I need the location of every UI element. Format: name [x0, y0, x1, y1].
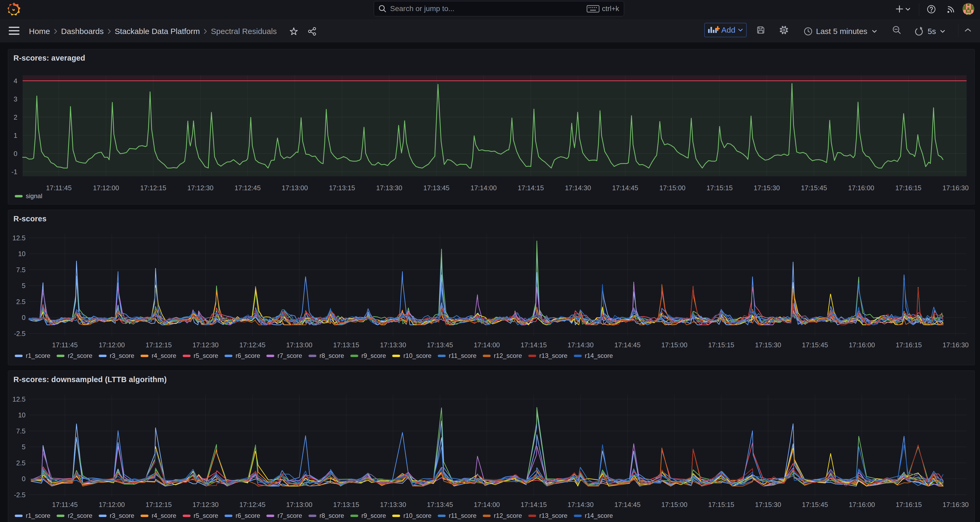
svg-text:17:12:15: 17:12:15: [146, 501, 172, 508]
svg-text:17:15:45: 17:15:45: [802, 341, 828, 349]
svg-text:17:16:30: 17:16:30: [943, 184, 969, 192]
svg-text:17:14:15: 17:14:15: [521, 501, 547, 508]
svg-text:2: 2: [14, 113, 18, 121]
svg-text:1: 1: [14, 132, 18, 139]
svg-text:17:16:00: 17:16:00: [849, 341, 875, 349]
svg-text:17:13:45: 17:13:45: [423, 184, 449, 192]
svg-text:17:12:15: 17:12:15: [140, 184, 166, 192]
svg-text:17:13:15: 17:13:15: [333, 341, 359, 349]
svg-text:17:13:00: 17:13:00: [286, 501, 312, 508]
svg-text:17:14:00: 17:14:00: [474, 341, 500, 349]
svg-text:17:14:45: 17:14:45: [612, 184, 638, 192]
svg-text:17:11:45: 17:11:45: [52, 341, 78, 349]
svg-text:10: 10: [18, 411, 25, 419]
svg-text:17:15:45: 17:15:45: [802, 501, 828, 508]
svg-text:17:16:15: 17:16:15: [896, 501, 922, 508]
svg-text:17:14:45: 17:14:45: [614, 501, 640, 508]
svg-text:17:16:15: 17:16:15: [896, 341, 922, 349]
svg-text:17:13:30: 17:13:30: [380, 501, 406, 508]
svg-text:5: 5: [22, 282, 25, 289]
svg-text:17:15:45: 17:15:45: [801, 184, 827, 192]
svg-text:5: 5: [22, 443, 25, 450]
svg-text:17:12:45: 17:12:45: [234, 184, 261, 192]
svg-text:12.5: 12.5: [13, 234, 25, 242]
svg-text:12.5: 12.5: [13, 396, 25, 403]
svg-text:17:12:45: 17:12:45: [239, 341, 265, 349]
svg-text:17:12:00: 17:12:00: [99, 501, 125, 508]
svg-text:17:11:45: 17:11:45: [52, 501, 78, 508]
svg-text:17:12:00: 17:12:00: [99, 341, 125, 349]
svg-text:17:14:00: 17:14:00: [471, 184, 497, 192]
svg-text:17:16:15: 17:16:15: [895, 184, 921, 192]
svg-text:17:13:30: 17:13:30: [376, 184, 402, 192]
svg-text:17:16:00: 17:16:00: [849, 501, 875, 508]
svg-text:17:13:45: 17:13:45: [427, 501, 453, 508]
svg-text:17:15:15: 17:15:15: [708, 501, 734, 508]
svg-text:17:14:30: 17:14:30: [565, 184, 591, 192]
svg-text:17:12:30: 17:12:30: [192, 341, 218, 349]
svg-text:7.5: 7.5: [16, 428, 25, 435]
svg-text:17:14:15: 17:14:15: [521, 341, 547, 349]
svg-text:17:13:30: 17:13:30: [380, 341, 406, 349]
svg-text:17:12:00: 17:12:00: [93, 184, 119, 192]
svg-text:17:15:30: 17:15:30: [755, 501, 781, 508]
svg-text:17:13:15: 17:13:15: [333, 501, 359, 508]
svg-text:2.5: 2.5: [16, 459, 25, 467]
svg-text:17:15:15: 17:15:15: [708, 341, 734, 349]
svg-text:17:15:00: 17:15:00: [661, 501, 687, 508]
svg-text:17:12:45: 17:12:45: [239, 501, 265, 508]
svg-text:17:16:30: 17:16:30: [943, 341, 969, 349]
svg-text:17:13:15: 17:13:15: [329, 184, 355, 192]
svg-text:10: 10: [18, 250, 25, 257]
svg-text:17:16:30: 17:16:30: [943, 501, 969, 508]
svg-text:17:15:30: 17:15:30: [755, 341, 781, 349]
svg-text:17:13:45: 17:13:45: [427, 341, 453, 349]
svg-text:17:14:00: 17:14:00: [474, 501, 500, 508]
svg-text:0: 0: [22, 475, 25, 482]
svg-text:17:13:00: 17:13:00: [282, 184, 308, 192]
svg-text:-2.5: -2.5: [14, 330, 25, 337]
svg-text:2.5: 2.5: [16, 298, 25, 305]
svg-text:17:12:15: 17:12:15: [146, 341, 172, 349]
svg-text:17:12:30: 17:12:30: [192, 501, 218, 508]
svg-text:17:13:00: 17:13:00: [286, 341, 312, 349]
svg-text:4: 4: [14, 77, 18, 85]
svg-text:17:12:30: 17:12:30: [188, 184, 213, 192]
svg-text:17:14:15: 17:14:15: [518, 184, 544, 192]
svg-text:17:14:30: 17:14:30: [568, 341, 593, 349]
svg-text:17:14:30: 17:14:30: [568, 501, 593, 508]
svg-text:-2.5: -2.5: [14, 491, 25, 498]
svg-text:7.5: 7.5: [16, 266, 25, 273]
svg-text:-1: -1: [11, 168, 18, 176]
svg-text:3: 3: [14, 96, 18, 103]
svg-text:17:15:30: 17:15:30: [754, 184, 780, 192]
svg-text:0: 0: [22, 314, 25, 321]
svg-text:17:15:15: 17:15:15: [706, 184, 733, 192]
svg-text:17:11:45: 17:11:45: [46, 184, 72, 192]
svg-text:17:15:00: 17:15:00: [661, 341, 687, 349]
svg-text:17:15:00: 17:15:00: [659, 184, 686, 192]
svg-text:0: 0: [14, 150, 18, 157]
svg-text:17:14:45: 17:14:45: [614, 341, 640, 349]
svg-text:17:16:00: 17:16:00: [848, 184, 874, 192]
